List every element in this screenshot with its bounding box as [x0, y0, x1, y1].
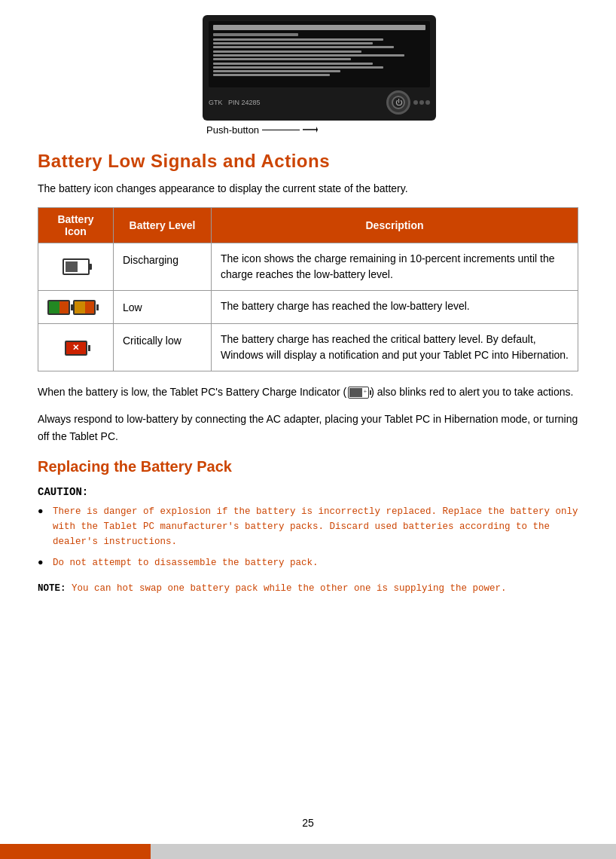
page-footer: 25: [0, 817, 616, 829]
device-wrapper: GTK PIN 24285 ⏻ Push-button: [203, 15, 413, 137]
battery-table: Battery Icon Battery Level Description D…: [38, 207, 578, 371]
col-header-icon: Battery Icon: [38, 208, 114, 243]
battery-response-para: Always respond to low-battery by connect…: [38, 411, 578, 445]
battery-low-intro: The battery icon changes appearance to d…: [38, 181, 578, 197]
svg-marker-1: [316, 127, 318, 133]
battery-low-icon-1: [47, 300, 70, 315]
top-device-image-area: GTK PIN 24285 ⏻ Push-button: [180, 15, 436, 137]
push-button-label: Push-button: [206, 124, 259, 136]
col-header-level: Battery Level: [114, 208, 212, 243]
note-para: NOTE: You can hot swap one battery pack …: [38, 581, 578, 596]
battery-critical-icon: ✕: [65, 341, 87, 356]
inline-battery-icon: +: [346, 386, 371, 398]
device-bottom: GTK PIN 24285 ⏻: [209, 87, 430, 115]
table-row: Discharging The icon shows the charge re…: [38, 243, 578, 291]
para1-text: When the battery is low, the Tablet PC's…: [38, 386, 346, 398]
battery-low-icons: [47, 300, 104, 315]
para1-end-text: ) also blinks red to alert you to take a…: [371, 386, 573, 398]
col-header-description: Description: [212, 208, 578, 243]
arrow-icon: [303, 122, 318, 137]
list-item: Do not attempt to disassemble the batter…: [38, 555, 578, 570]
battery-discharging-icon: [63, 258, 90, 275]
bottom-bar-orange: [0, 844, 151, 859]
device-image: GTK PIN 24285 ⏻: [203, 15, 436, 121]
battery-blink-para: When the battery is low, the Tablet PC's…: [38, 384, 578, 400]
battery-low-icon-2: [73, 300, 96, 315]
push-button-annotation: Push-button: [206, 122, 413, 137]
page-number: 25: [302, 817, 314, 829]
desc-cell-discharging: The icon shows the charge remaining in 1…: [212, 243, 578, 291]
power-button-inner: ⏻: [392, 96, 405, 109]
caution-label: CAUTION:: [38, 486, 578, 498]
replacing-heading: Replacing the Battery Pack: [38, 458, 578, 475]
level-cell-discharging: Discharging: [114, 243, 212, 291]
note-text: You can hot swap one battery pack while …: [66, 583, 507, 594]
battery-low-heading: Battery Low Signals and Actions: [38, 151, 578, 172]
desc-cell-critical: The battery charge has reached the criti…: [212, 324, 578, 371]
table-header-row: Battery Icon Battery Level Description: [38, 208, 578, 243]
page-content: GTK PIN 24285 ⏻ Push-button: [0, 0, 616, 652]
list-item: There is danger of explosion if the batt…: [38, 504, 578, 549]
caution-list: There is danger of explosion if the batt…: [38, 504, 578, 570]
icon-cell-discharging: [38, 243, 114, 291]
bottom-bar-gray: [151, 844, 616, 859]
icon-cell-critical: ✕: [38, 324, 114, 371]
screen-area: [209, 21, 430, 87]
bottom-bar: [0, 844, 616, 859]
caution-label-text: CAUTION:: [38, 486, 88, 498]
desc-cell-low: The battery charge has reached the low-b…: [212, 291, 578, 324]
icon-cell-low: [38, 291, 114, 324]
table-row: Low The battery charge has reached the l…: [38, 291, 578, 324]
level-cell-critical: Critically low: [114, 324, 212, 371]
annotation-line: [262, 130, 300, 130]
note-label: NOTE:: [38, 583, 66, 594]
power-button[interactable]: ⏻: [386, 90, 410, 115]
table-row: ✕ Critically low The battery charge has …: [38, 324, 578, 371]
level-cell-low: Low: [114, 291, 212, 324]
